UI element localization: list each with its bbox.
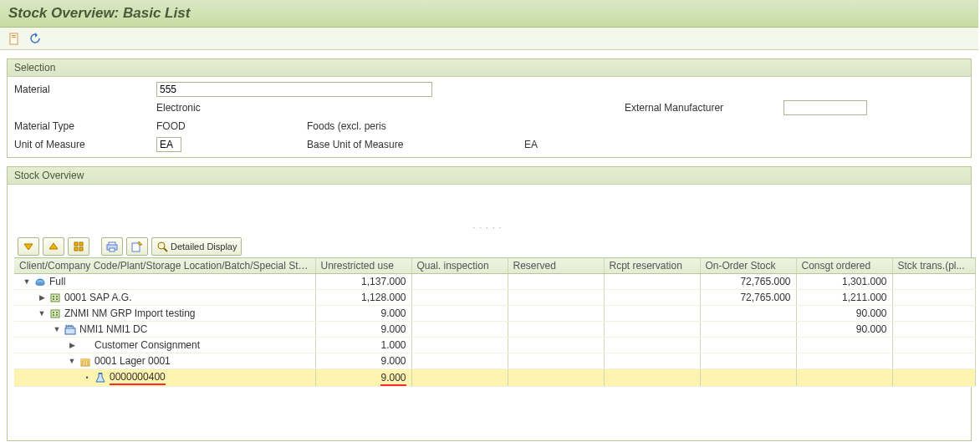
svg-rect-26	[81, 359, 89, 361]
svg-rect-30	[99, 373, 102, 374]
svg-rect-21	[56, 312, 58, 313]
table-row[interactable]: ▶Customer Consignment1.000	[14, 338, 975, 353]
tree-cell-value	[411, 369, 508, 387]
tree-label: 0000000400	[110, 371, 166, 385]
plant-icon	[64, 323, 76, 335]
svg-rect-14	[51, 294, 59, 302]
tree-label: 0001 SAP A.G.	[64, 292, 132, 303]
tree-cell-value: 1.000	[315, 338, 411, 353]
stock-overview-header: Stock Overview	[8, 167, 971, 185]
stock-overview-body: ·····	[8, 185, 971, 440]
tree-cell-value	[411, 274, 508, 290]
tree-toggle-icon[interactable]: ▶	[68, 341, 76, 349]
col-stcktrans[interactable]: Stck trans.(pl...	[892, 258, 975, 274]
tree-cell-value	[604, 306, 700, 322]
svg-rect-20	[53, 312, 54, 313]
tree-toggle-icon[interactable]: ▼	[38, 309, 46, 318]
tree-cell-value	[508, 369, 604, 387]
tree-cell-value	[411, 338, 508, 353]
col-reserved[interactable]: Reserved	[508, 258, 604, 274]
tree-cell-value	[604, 274, 700, 290]
tree-toggle-icon[interactable]: ▶	[38, 293, 46, 302]
material-desc: Electronic	[156, 102, 307, 114]
tree-label: Full	[49, 276, 65, 287]
resize-grip-icon[interactable]: ·····	[14, 221, 964, 234]
table-row[interactable]: ▼Full1,137.00072,765.0001,301.000	[14, 274, 975, 290]
tree-cell-value: 72,765.000	[700, 290, 796, 306]
tree-cell-value	[604, 290, 700, 306]
svg-rect-0	[10, 33, 18, 44]
uom-base: EA	[524, 139, 625, 150]
tree-cell-value: 9.000	[315, 322, 411, 338]
collapse-up-icon	[48, 241, 59, 252]
expand-selected-button[interactable]	[18, 237, 39, 256]
svg-rect-1	[12, 35, 16, 36]
export-icon	[131, 241, 143, 252]
collapse-selected-button[interactable]	[43, 237, 64, 256]
tree-cell-value	[892, 353, 975, 369]
svg-rect-22	[53, 314, 54, 316]
tree-empty-area	[14, 387, 964, 437]
table-row[interactable]: ▼0001 Lager 00019.000	[14, 353, 975, 369]
collapse-all-button[interactable]	[68, 237, 89, 256]
table-row[interactable]: •00000004009.000	[14, 369, 975, 387]
storage-icon	[79, 355, 91, 367]
svg-rect-15	[53, 296, 54, 297]
tree-toggle-icon[interactable]: ▼	[23, 277, 31, 286]
print-button[interactable]	[101, 237, 123, 256]
svg-rect-9	[110, 248, 115, 251]
tree-cell-value	[892, 369, 975, 387]
svg-rect-18	[56, 298, 58, 300]
col-consgt[interactable]: Consgt ordered	[796, 258, 892, 274]
tree-cell-value	[796, 369, 892, 387]
tree-cell-value	[604, 369, 700, 387]
material-type-value: FOOD	[156, 120, 307, 132]
col-qual[interactable]: Qual. inspection	[411, 258, 508, 274]
detailed-display-button[interactable]: Detailed Display	[151, 237, 242, 256]
tree-cell-value	[892, 322, 975, 338]
document-icon[interactable]	[7, 31, 23, 46]
svg-rect-24	[65, 328, 75, 334]
refresh-icon[interactable]	[27, 31, 43, 46]
full-icon	[34, 276, 46, 287]
uom-input[interactable]	[156, 137, 181, 152]
tree-toggle-icon[interactable]: ▼	[68, 357, 76, 365]
stock-overview-panel: Stock Overview ·····	[7, 166, 972, 441]
col-unrestricted[interactable]: Unrestricted use	[315, 258, 411, 274]
svg-rect-4	[79, 242, 83, 246]
tree-cell-value	[411, 306, 508, 322]
uom-desc: Base Unit of Measure	[307, 139, 524, 150]
tree-cell-value	[508, 322, 604, 338]
col-client[interactable]: Client/Company Code/Plant/Storage Locati…	[14, 258, 315, 274]
svg-rect-19	[51, 310, 59, 318]
material-input[interactable]	[156, 82, 432, 97]
tree-cell-value	[700, 338, 796, 353]
batch-icon	[94, 372, 106, 384]
material-label: Material	[14, 84, 156, 95]
table-row[interactable]: ▼ZNMI NM GRP Import testing9.00090.000	[14, 306, 975, 322]
selection-body: Material Electronic External Manufacture…	[8, 77, 971, 157]
magnify-icon	[156, 241, 168, 252]
tree-toggle-icon[interactable]: ▼	[53, 325, 61, 333]
collapse-all-icon	[73, 241, 84, 252]
tree-cell-value	[700, 353, 796, 369]
tree-cell-value	[796, 338, 892, 353]
tree-toggle-icon[interactable]: •	[83, 373, 91, 382]
tree-cell-value	[508, 274, 604, 290]
ext-manuf-input[interactable]	[783, 100, 867, 115]
tree-body: ▼Full1,137.00072,765.0001,301.000▶0001 S…	[14, 274, 975, 387]
col-onorder[interactable]: On-Order Stock	[700, 258, 796, 274]
tree-cell-value	[796, 353, 892, 369]
col-rcpt[interactable]: Rcpt reservation	[604, 258, 700, 274]
svg-rect-2	[12, 37, 16, 38]
page-title: Stock Overview: Basic List	[8, 5, 190, 21]
app-toolbar	[0, 28, 978, 50]
tree-cell-value	[411, 322, 508, 338]
export-button[interactable]	[126, 237, 148, 256]
table-row[interactable]: ▶0001 SAP A.G.1,128.00072,765.0001,211.0…	[14, 290, 975, 306]
tree-cell-value	[892, 338, 975, 353]
tree-cell-value	[508, 338, 604, 353]
tree-cell-value	[508, 290, 604, 306]
table-row[interactable]: ▼NMI1 NMI1 DC9.00090.000	[14, 322, 975, 338]
tree-cell-value	[892, 274, 975, 290]
